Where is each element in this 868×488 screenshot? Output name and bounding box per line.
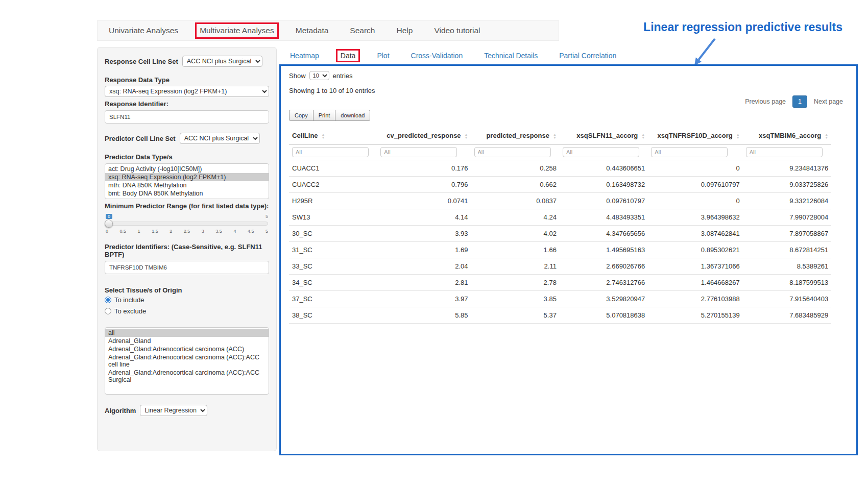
- tissue-option[interactable]: all: [105, 329, 269, 337]
- column-filter-predicted-response[interactable]: [474, 147, 551, 157]
- cell-value: 0.097610797: [648, 177, 742, 193]
- predictor-data-type-option[interactable]: xsq: RNA-seq Expression (log2 FPKM+1): [105, 173, 269, 181]
- column-filter-xsqtnfrsf10d-accorg[interactable]: [651, 147, 728, 157]
- tab-plot[interactable]: Plot: [374, 51, 392, 61]
- slider-tick: 5: [266, 229, 268, 234]
- predictor-cell-line-set-select[interactable]: ACC NCI plus Surgical: [180, 133, 260, 144]
- column-label: xsqSLFN11_accorg: [576, 132, 638, 139]
- slider-handle[interactable]: [105, 219, 113, 228]
- copy-button[interactable]: Copy: [289, 110, 314, 121]
- predictor-data-types-field: Predictor Data Type/s act: Drug Activity…: [105, 153, 269, 199]
- column-filter-cellline[interactable]: [292, 147, 369, 157]
- response-identifier-input[interactable]: [105, 110, 269, 124]
- cell-value: 4.483493351: [560, 209, 648, 226]
- cell-value: 3.93: [377, 226, 471, 242]
- response-data-type-select[interactable]: xsq: RNA-seq Expression (log2 FPKM+1): [105, 86, 269, 97]
- cell-value: 2.669026766: [560, 258, 648, 275]
- cell-value: 9.033725826: [743, 177, 831, 193]
- response-data-type-label: Response Data Type: [105, 76, 269, 84]
- column-header-xsqslfn11-accorg[interactable]: xsqSLFN11_accorg▲▼: [560, 127, 648, 144]
- column-header-cv-predicted-response[interactable]: cv_predicted_response▲▼: [377, 127, 471, 144]
- column-header-xsqtmbim6-accorg[interactable]: xsqTMBIM6_accorg▲▼: [743, 127, 831, 144]
- current-page-button[interactable]: 1: [792, 95, 807, 108]
- tab-technical-details[interactable]: Technical Details: [481, 51, 541, 61]
- tissue-origin-field: Select Tissue/s of Origin To include To …: [105, 286, 269, 315]
- algorithm-field: Algorithm Linear Regression: [105, 405, 269, 416]
- nav-item-multivariate-analyses[interactable]: Multivariate Analyses: [197, 24, 277, 37]
- predictor-data-type-option[interactable]: bmt: Body DNA 850K Methylation: [105, 189, 269, 198]
- cell-value: 1.367371066: [648, 258, 742, 275]
- table-row[interactable]: H295R0.07410.08370.09761079709.332126084: [289, 193, 831, 209]
- cell-value: 0.176: [377, 160, 471, 177]
- slider-tick: 1.5: [152, 229, 158, 234]
- nav-item-univariate-analyses[interactable]: Univariate Analyses: [106, 24, 181, 37]
- sort-icon[interactable]: ▲▼: [736, 133, 740, 139]
- print-button[interactable]: Print: [313, 110, 336, 121]
- radio-exclude-icon[interactable]: [105, 308, 111, 314]
- table-row[interactable]: 37_SC3.973.853.5298209472.7761039887.915…: [289, 291, 831, 307]
- column-header-xsqtnfrsf10d-accorg[interactable]: xsqTNFRSF10D_accorg▲▼: [648, 127, 742, 144]
- cell-value: 4.14: [377, 209, 471, 226]
- nav-item-search[interactable]: Search: [347, 24, 378, 37]
- table-row[interactable]: 38_SC5.855.375.0708186385.2701551397.683…: [289, 307, 831, 324]
- table-row[interactable]: 30_SC3.934.024.3476656563.0874628417.897…: [289, 226, 831, 242]
- radio-include-icon[interactable]: [105, 297, 111, 303]
- slider-tick: 4.5: [248, 229, 254, 234]
- show-entries-select[interactable]: 10: [309, 71, 329, 80]
- response-cell-line-set-select[interactable]: ACC NCI plus Surgical: [182, 56, 262, 67]
- table-row[interactable]: SW134.144.244.4834933513.9643986327.9907…: [289, 209, 831, 226]
- tab-heatmap[interactable]: Heatmap: [287, 51, 322, 61]
- predictor-identifiers-input[interactable]: [105, 261, 269, 274]
- table-row[interactable]: CUACC10.1760.2580.44360665109.234841376: [289, 160, 831, 177]
- slider-track[interactable]: [106, 222, 268, 226]
- cell-value: 8.672814251: [743, 242, 831, 258]
- column-filter-xsqslfn11-accorg[interactable]: [563, 147, 639, 157]
- export-buttons: CopyPrintdownload: [289, 110, 848, 121]
- sort-icon[interactable]: ▲▼: [322, 133, 325, 139]
- column-header-cellline[interactable]: CellLine▲▼: [289, 127, 377, 144]
- column-label: xsqTMBIM6_accorg: [759, 132, 821, 139]
- radio-to-exclude[interactable]: To exclude: [105, 307, 269, 315]
- nav-item-metadata[interactable]: Metadata: [293, 24, 332, 37]
- tissue-option[interactable]: Adrenal_Gland:Adrenocortical carcinoma (…: [105, 345, 269, 353]
- algorithm-select[interactable]: Linear Regression: [140, 405, 207, 416]
- radio-to-include[interactable]: To include: [105, 296, 269, 304]
- cell-value: 0.0741: [377, 193, 471, 209]
- radio-include-label: To include: [114, 296, 144, 304]
- download-button[interactable]: download: [335, 110, 370, 121]
- cell-value: 0.662: [471, 177, 560, 193]
- cell-line-name: 37_SC: [289, 291, 377, 307]
- tab-cross-validation[interactable]: Cross-Validation: [408, 51, 466, 61]
- column-filter-cv-predicted-response[interactable]: [380, 147, 457, 157]
- previous-page-button[interactable]: Previous page: [740, 95, 791, 108]
- column-header-predicted-response[interactable]: predicted_response▲▼: [471, 127, 560, 144]
- cell-value: 0: [648, 193, 742, 209]
- next-page-button[interactable]: Next page: [809, 95, 848, 108]
- nav-item-video-tutorial[interactable]: Video tutorial: [431, 24, 483, 37]
- sort-icon[interactable]: ▲▼: [825, 133, 828, 139]
- table-row[interactable]: 34_SC2.812.782.7463127661.4646682678.187…: [289, 275, 831, 291]
- tab-partial-correlation[interactable]: Partial Correlation: [556, 51, 619, 61]
- sort-icon[interactable]: ▲▼: [641, 133, 645, 139]
- table-row[interactable]: 31_SC1.691.661.4956951630.8953026218.672…: [289, 242, 831, 258]
- tab-data[interactable]: Data: [337, 51, 359, 61]
- cell-value: 3.85: [471, 291, 560, 307]
- table-row[interactable]: 33_SC2.042.112.6690267661.3673710668.538…: [289, 258, 831, 275]
- table-row[interactable]: CUACC20.7960.6620.1634987320.0976107979.…: [289, 177, 831, 193]
- predictor-data-type-option[interactable]: mth: DNA 850K Methylation: [105, 181, 269, 189]
- tissue-option[interactable]: Adrenal_Gland:Adrenocortical carcinoma (…: [105, 369, 269, 384]
- table-filter-row: [289, 144, 831, 160]
- cell-value: 2.776103988: [648, 291, 742, 307]
- sort-icon[interactable]: ▲▼: [553, 133, 557, 139]
- filter-cell: [471, 144, 560, 160]
- column-label: CellLine: [292, 132, 318, 139]
- tissue-option[interactable]: Adrenal_Gland:Adrenocortical carcinoma (…: [105, 353, 269, 369]
- cell-value: 7.990728004: [743, 209, 831, 226]
- column-filter-xsqtmbim6-accorg[interactable]: [746, 147, 823, 157]
- show-entries-control: Show 10 entries: [289, 71, 848, 80]
- nav-item-help[interactable]: Help: [393, 24, 416, 37]
- predictor-data-type-option[interactable]: act: Drug Activity (-log10[IC50M]): [105, 165, 269, 173]
- sort-icon[interactable]: ▲▼: [465, 133, 468, 139]
- tissue-option[interactable]: Adrenal_Gland: [105, 337, 269, 345]
- min-predictor-range-label: Minimum Predictor Range (for first liste…: [105, 202, 269, 210]
